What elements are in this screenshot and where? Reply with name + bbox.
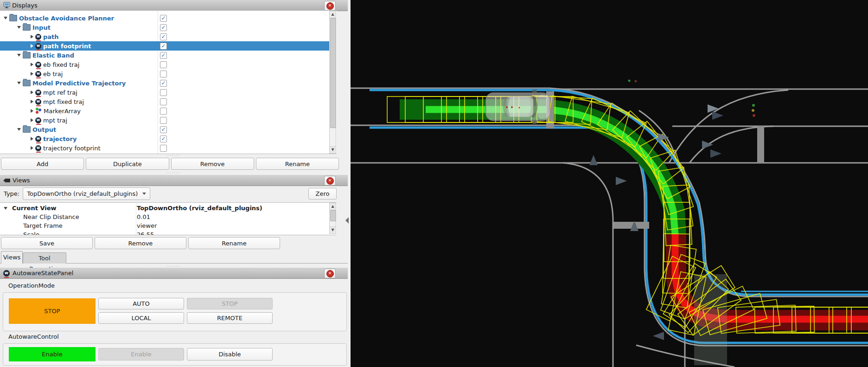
property-row[interactable]: Scale 26.55 bbox=[0, 230, 329, 235]
splitter-handle[interactable]: ······ bbox=[0, 171, 348, 175]
display-tree-row[interactable]: Output✓ bbox=[0, 125, 329, 134]
property-value[interactable]: viewer bbox=[137, 222, 157, 229]
display-enabled-checkbox[interactable] bbox=[160, 98, 167, 105]
scroll-thumb[interactable] bbox=[330, 18, 336, 128]
ego-vehicle bbox=[486, 90, 550, 124]
chevron-right-icon[interactable] bbox=[31, 72, 33, 76]
panel-collapse-arrow[interactable] bbox=[345, 217, 349, 224]
chevron-down-icon[interactable] bbox=[17, 26, 21, 29]
folder-icon bbox=[23, 24, 31, 31]
display-tree-row[interactable]: Model Predictive Trajectory✓ bbox=[0, 78, 329, 88]
property-value[interactable]: 0.01 bbox=[137, 213, 150, 220]
enable-button[interactable]: Enable bbox=[98, 348, 184, 361]
display-name: Elastic Band bbox=[32, 52, 74, 59]
chevron-right-icon[interactable] bbox=[31, 35, 33, 39]
displays-close-button[interactable]: ✕ bbox=[324, 1, 336, 11]
scroll-down-icon[interactable]: ▼ bbox=[330, 146, 336, 153]
display-enabled-checkbox[interactable] bbox=[160, 89, 167, 96]
autoware-close-button[interactable]: ✕ bbox=[324, 269, 336, 278]
display-enabled-checkbox[interactable]: ✓ bbox=[160, 52, 167, 59]
display-tree-row[interactable]: Obstacle Avoidance Planner✓ bbox=[0, 13, 329, 23]
display-enabled-checkbox[interactable]: ✓ bbox=[160, 24, 167, 31]
display-name: Output bbox=[32, 126, 56, 133]
display-enabled-checkbox[interactable]: ✓ bbox=[160, 15, 167, 22]
property-value[interactable]: 26.55 bbox=[137, 231, 154, 235]
remote-button[interactable]: REMOTE bbox=[187, 312, 273, 324]
chevron-right-icon[interactable] bbox=[31, 146, 33, 150]
chevron-down-icon[interactable] bbox=[17, 54, 21, 57]
chevron-down-icon[interactable] bbox=[17, 82, 21, 84]
displays-panel-title: Displays bbox=[12, 2, 38, 9]
zero-button[interactable]: Zero bbox=[308, 188, 337, 200]
stop-button[interactable]: STOP bbox=[187, 298, 273, 309]
displays-rename-button[interactable]: Rename bbox=[256, 158, 339, 170]
display-tree-row[interactable]: Input✓ bbox=[0, 23, 329, 32]
property-row[interactable]: Near Clip Distance 0.01 bbox=[0, 212, 329, 221]
views-scrollbar[interactable]: ▲ ▼ bbox=[329, 203, 336, 234]
display-tree-row[interactable]: wmpt ref traj bbox=[0, 88, 329, 97]
chevron-right-icon[interactable] bbox=[31, 118, 33, 122]
scroll-down-icon[interactable]: ▼ bbox=[330, 226, 336, 233]
display-tree-row[interactable]: wmpt fixed traj bbox=[0, 97, 329, 106]
display-enabled-checkbox[interactable] bbox=[160, 61, 167, 68]
chevron-down-icon[interactable] bbox=[4, 17, 7, 19]
display-enabled-checkbox[interactable] bbox=[160, 117, 167, 124]
display-tree-row[interactable]: web traj bbox=[0, 69, 329, 78]
displays-remove-button[interactable]: Remove bbox=[171, 158, 254, 170]
current-view-header-row[interactable]: Current View TopDownOrtho (rviz_default_… bbox=[0, 204, 329, 212]
property-row[interactable]: Target Frame viewer bbox=[0, 221, 329, 230]
displays-duplicate-button[interactable]: Duplicate bbox=[86, 158, 169, 170]
views-buttons-row: SaveRemoveRename bbox=[1, 237, 280, 249]
display-tree-row[interactable]: wpath footprint✓ bbox=[0, 41, 329, 51]
views-rename-button[interactable]: Rename bbox=[188, 237, 280, 249]
chevron-down-icon[interactable] bbox=[4, 207, 7, 210]
views-save-button[interactable]: Save bbox=[1, 237, 93, 249]
display-tree-row[interactable]: web fixed traj bbox=[0, 60, 329, 69]
detected-area-polygon bbox=[694, 274, 727, 365]
display-tree-row[interactable]: wtrajectory✓ bbox=[0, 134, 329, 143]
chevron-down-icon[interactable] bbox=[17, 128, 21, 131]
display-enabled-checkbox[interactable] bbox=[160, 71, 167, 77]
display-tree-row[interactable]: wtrajectory footprint bbox=[0, 143, 329, 153]
display-tree-row[interactable]: MarkerArray bbox=[0, 106, 329, 116]
chevron-right-icon[interactable] bbox=[31, 137, 33, 141]
type-label: Type: bbox=[4, 190, 19, 197]
display-enabled-checkbox[interactable] bbox=[160, 145, 167, 152]
chevron-right-icon[interactable] bbox=[31, 90, 33, 94]
scroll-up-icon[interactable]: ▲ bbox=[330, 203, 336, 210]
display-tree-row[interactable]: wpath✓ bbox=[0, 32, 329, 41]
tab-tool-properties[interactable]: Tool Properties bbox=[23, 252, 66, 264]
chevron-right-icon[interactable] bbox=[31, 63, 33, 66]
display-enabled-checkbox[interactable]: ✓ bbox=[160, 43, 167, 50]
tab-views[interactable]: Views bbox=[1, 251, 23, 264]
folder-icon bbox=[23, 52, 31, 58]
scroll-up-icon[interactable]: ▲ bbox=[330, 11, 336, 18]
auto-button[interactable]: AUTO bbox=[98, 298, 184, 309]
display-tree-row[interactable]: wmpt traj bbox=[0, 116, 329, 125]
autoware-control-status: Enable bbox=[9, 347, 96, 361]
display-enabled-checkbox[interactable]: ✓ bbox=[160, 135, 167, 142]
disable-button[interactable]: Disable bbox=[187, 348, 273, 361]
autoware-display-icon: w bbox=[35, 34, 41, 40]
scroll-thumb[interactable] bbox=[330, 210, 336, 221]
view-type-combobox[interactable]: TopDownOrtho (rviz_default_plugins) bbox=[23, 187, 150, 200]
display-tree-row[interactable]: Elastic Band✓ bbox=[0, 51, 329, 60]
current-view-table: Current View TopDownOrtho (rviz_default_… bbox=[0, 202, 337, 235]
chevron-right-icon[interactable] bbox=[31, 100, 33, 103]
display-enabled-checkbox[interactable] bbox=[160, 108, 167, 115]
displays-add-button[interactable]: Add bbox=[1, 158, 84, 170]
display-enabled-checkbox[interactable]: ✓ bbox=[160, 126, 167, 133]
views-close-button[interactable]: ✕ bbox=[324, 176, 336, 186]
displays-panel-header: Displays ✕ bbox=[0, 0, 348, 11]
display-name: Input bbox=[32, 24, 51, 31]
displays-scrollbar[interactable]: ▲ ▼ bbox=[329, 11, 336, 154]
views-remove-button[interactable]: Remove bbox=[95, 237, 186, 249]
3d-viewport[interactable] bbox=[351, 0, 868, 367]
local-button[interactable]: LOCAL bbox=[98, 312, 184, 324]
chevron-right-icon[interactable] bbox=[31, 44, 33, 48]
chevron-down-icon bbox=[142, 193, 146, 195]
display-enabled-checkbox[interactable]: ✓ bbox=[160, 33, 167, 40]
display-enabled-checkbox[interactable]: ✓ bbox=[160, 80, 167, 87]
splitter-handle[interactable]: ······ bbox=[0, 154, 348, 157]
chevron-right-icon[interactable] bbox=[31, 109, 33, 113]
